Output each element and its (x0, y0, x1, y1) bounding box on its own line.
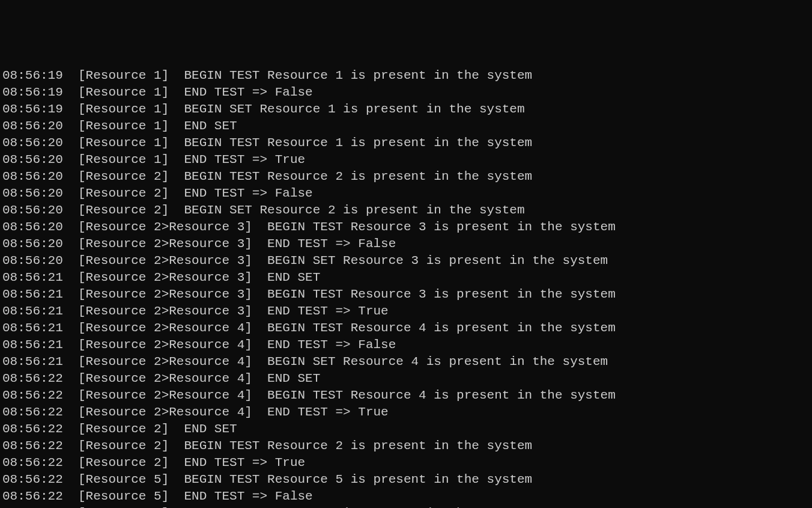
log-line: 08:56:21 [Resource 2>Resource 3] BEGIN T… (2, 286, 810, 303)
log-line: 08:56:22 [Resource 5] END TEST => False (2, 488, 810, 505)
log-line: 08:56:22 [Resource 5] BEGIN SET Resource… (2, 505, 810, 508)
log-line: 08:56:19 [Resource 1] BEGIN TEST Resourc… (2, 67, 810, 84)
log-line: 08:56:20 [Resource 1] BEGIN TEST Resourc… (2, 135, 810, 151)
log-line: 08:56:22 [Resource 2>Resource 4] END SET (2, 370, 810, 387)
log-line: 08:56:20 [Resource 1] END SET (2, 118, 810, 135)
log-line: 08:56:20 [Resource 2>Resource 3] END TES… (2, 236, 810, 252)
log-line: 08:56:19 [Resource 1] END TEST => False (2, 84, 810, 101)
log-line: 08:56:22 [Resource 2>Resource 4] END TES… (2, 404, 810, 421)
log-line: 08:56:22 [Resource 2] END SET (2, 421, 810, 438)
log-line: 08:56:19 [Resource 1] BEGIN SET Resource… (2, 101, 810, 118)
log-line: 08:56:20 [Resource 2>Resource 3] BEGIN T… (2, 219, 810, 236)
log-line: 08:56:22 [Resource 2] BEGIN TEST Resourc… (2, 438, 810, 454)
terminal-output: 08:56:19 [Resource 1] BEGIN TEST Resourc… (2, 67, 810, 508)
log-line: 08:56:22 [Resource 2>Resource 4] BEGIN T… (2, 387, 810, 404)
log-line: 08:56:21 [Resource 2>Resource 3] END SET (2, 269, 810, 286)
log-line: 08:56:20 [Resource 2] BEGIN TEST Resourc… (2, 168, 810, 185)
log-line: 08:56:22 [Resource 5] BEGIN TEST Resourc… (2, 471, 810, 488)
log-line: 08:56:20 [Resource 1] END TEST => True (2, 151, 810, 168)
log-line: 08:56:21 [Resource 2>Resource 4] BEGIN S… (2, 353, 810, 370)
log-line: 08:56:21 [Resource 2>Resource 4] BEGIN T… (2, 320, 810, 337)
log-line: 08:56:21 [Resource 2>Resource 3] END TES… (2, 303, 810, 320)
log-line: 08:56:20 [Resource 2>Resource 3] BEGIN S… (2, 252, 810, 269)
log-line: 08:56:21 [Resource 2>Resource 4] END TES… (2, 337, 810, 353)
log-line: 08:56:20 [Resource 2] BEGIN SET Resource… (2, 202, 810, 219)
log-line: 08:56:22 [Resource 2] END TEST => True (2, 454, 810, 471)
log-line: 08:56:20 [Resource 2] END TEST => False (2, 185, 810, 202)
